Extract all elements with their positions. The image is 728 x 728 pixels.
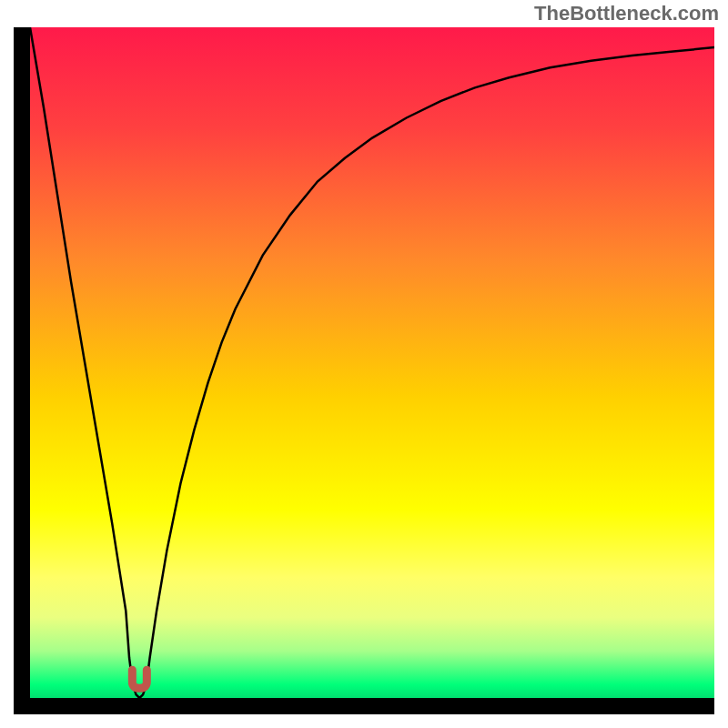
watermark-text: TheBottleneck.com	[534, 2, 719, 25]
chart-container: TheBottleneck.com	[0, 0, 728, 728]
plot-area	[30, 27, 714, 698]
gradient-background	[30, 27, 714, 698]
chart-svg	[30, 27, 714, 698]
plot-frame	[14, 27, 714, 714]
